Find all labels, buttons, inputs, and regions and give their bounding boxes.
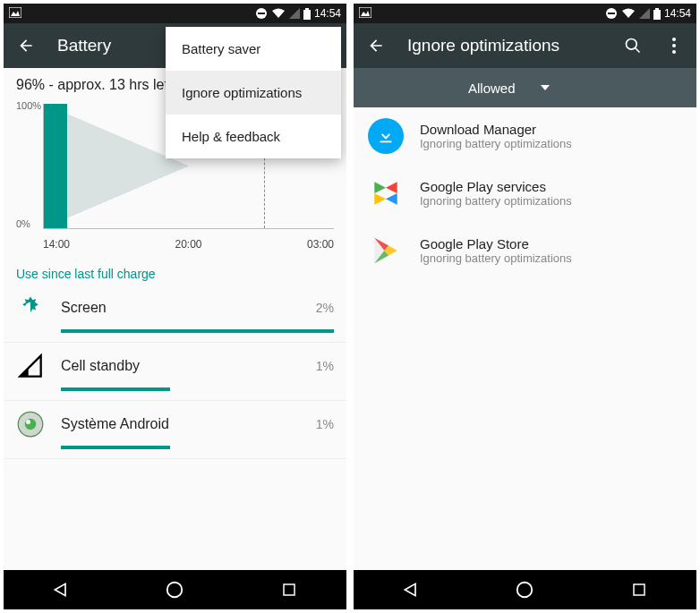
svg-point-10 [25, 419, 37, 430]
nav-recents-icon[interactable] [278, 579, 300, 600]
svg-marker-19 [639, 8, 650, 19]
page-title: Ignore optimizations [407, 36, 602, 55]
svg-point-24 [672, 38, 676, 41]
app-item-download-manager[interactable]: Download Manager Ignoring battery optimi… [354, 107, 696, 165]
chart-x-1: 20:00 [175, 238, 201, 251]
status-bar: 14:54 [4, 4, 346, 23]
svg-point-25 [672, 44, 676, 47]
wifi-icon [621, 8, 636, 19]
svg-marker-7 [20, 355, 40, 376]
apps-list: Download Manager Ignoring battery optimi… [354, 107, 696, 570]
usage-item-cell-standby[interactable]: Cell standby 1% [4, 343, 346, 401]
svg-point-26 [672, 50, 676, 54]
app-subtitle: Ignoring battery optimizations [420, 137, 572, 150]
chart-y-max: 100% [16, 100, 41, 111]
usage-name: Screen [61, 300, 300, 316]
clock-text: 14:54 [314, 7, 341, 20]
menu-item-ignore-optimizations[interactable]: Ignore optimizations [166, 71, 341, 115]
svg-marker-4 [289, 8, 300, 19]
filter-label: Allowed [468, 81, 516, 96]
svg-rect-14 [284, 584, 295, 595]
svg-marker-30 [386, 193, 397, 205]
navigation-bar [354, 570, 696, 609]
svg-point-13 [167, 583, 183, 598]
chart-actual [44, 104, 67, 228]
more-icon[interactable] [664, 36, 684, 55]
app-name: Google Play Store [420, 236, 572, 251]
usage-name: Cell standby [61, 358, 300, 374]
usage-section-label: Use since last full charge [4, 261, 346, 285]
signal-icon [289, 8, 300, 19]
usage-pct: 2% [316, 301, 334, 315]
app-name: Download Manager [420, 122, 572, 137]
dnd-icon [255, 7, 268, 20]
svg-rect-20 [655, 8, 659, 10]
android-system-icon [16, 410, 45, 438]
nav-home-icon[interactable] [514, 579, 535, 600]
svg-rect-6 [303, 10, 311, 20]
nav-back-icon[interactable] [400, 579, 422, 600]
usage-item-screen[interactable]: Screen 2% [4, 285, 346, 343]
download-icon [368, 118, 404, 154]
play-store-icon [368, 233, 404, 268]
app-bar: Ignore optimizations [354, 23, 696, 68]
svg-rect-15 [359, 7, 371, 18]
play-services-icon [368, 175, 404, 211]
wifi-icon [271, 8, 286, 19]
chevron-down-icon [541, 85, 550, 90]
picture-icon [9, 7, 21, 21]
usage-name: Système Android [61, 416, 300, 432]
svg-marker-16 [361, 11, 370, 16]
svg-marker-12 [55, 583, 65, 595]
menu-item-help-feedback[interactable]: Help & feedback [166, 115, 341, 158]
back-icon[interactable] [366, 36, 386, 55]
usage-bar [61, 446, 170, 449]
usage-item-system-android[interactable]: Système Android 1% [4, 401, 346, 459]
svg-point-11 [26, 420, 30, 424]
app-subtitle: Ignoring battery optimizations [420, 251, 572, 265]
signal-icon [639, 8, 650, 19]
usage-pct: 1% [316, 417, 334, 431]
battery-icon [303, 8, 311, 20]
svg-marker-27 [374, 182, 386, 193]
search-icon[interactable] [623, 36, 643, 55]
dnd-icon [605, 7, 618, 20]
back-icon[interactable] [16, 36, 36, 55]
usage-bar [61, 329, 334, 333]
svg-marker-1 [11, 11, 20, 16]
picture-icon [359, 7, 371, 21]
menu-item-battery-saver[interactable]: Battery saver [166, 27, 341, 71]
signal-triangle-icon [16, 352, 45, 380]
app-item-play-store[interactable]: Google Play Store Ignoring battery optim… [354, 222, 696, 279]
app-subtitle: Ignoring battery optimizations [420, 194, 572, 208]
navigation-bar [4, 570, 346, 609]
svg-marker-29 [374, 193, 386, 205]
svg-rect-18 [608, 13, 615, 14]
chart-x-labels: 14:00 20:00 03:00 [43, 238, 334, 251]
svg-rect-0 [9, 7, 21, 18]
usage-pct: 1% [316, 359, 334, 373]
app-item-play-services[interactable]: Google Play services Ignoring battery op… [354, 165, 696, 222]
app-name: Google Play services [420, 179, 572, 194]
svg-rect-21 [653, 10, 661, 20]
battery-screen: 14:54 Battery 96% - approx. 13 hrs left … [4, 4, 346, 609]
status-bar: 14:54 [354, 4, 696, 23]
svg-point-22 [627, 39, 637, 50]
svg-rect-37 [634, 584, 645, 595]
ignore-optimizations-screen: 14:54 Ignore optimizations Allowed Downl… [354, 4, 696, 609]
clock-text: 14:54 [664, 7, 691, 20]
nav-home-icon[interactable] [164, 579, 185, 600]
nav-back-icon[interactable] [50, 579, 72, 600]
usage-bar [61, 387, 170, 391]
filter-dropdown[interactable]: Allowed [354, 68, 696, 107]
battery-icon [653, 8, 661, 20]
svg-line-23 [636, 48, 640, 53]
chart-y-min: 0% [16, 218, 30, 229]
svg-marker-28 [386, 182, 397, 193]
svg-rect-3 [258, 13, 265, 14]
chart-x-0: 14:00 [43, 238, 70, 251]
svg-rect-5 [305, 8, 309, 10]
nav-recents-icon[interactable] [628, 579, 650, 600]
svg-point-36 [517, 583, 533, 598]
chart-x-2: 03:00 [307, 238, 334, 251]
